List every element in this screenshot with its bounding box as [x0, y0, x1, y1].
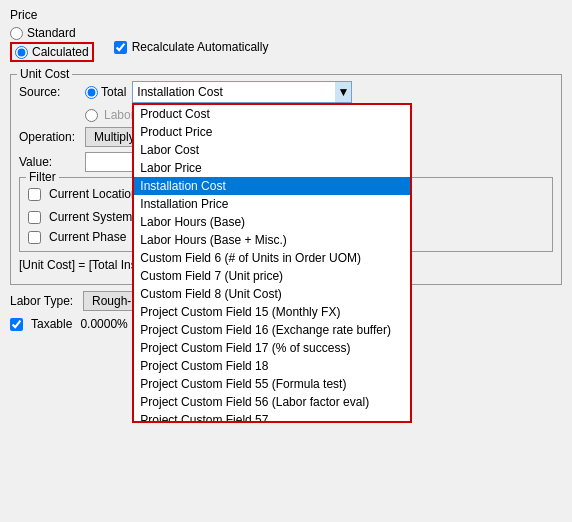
price-section-label: Price — [10, 8, 562, 22]
dropdown-item-project_custom_57[interactable]: Project Custom Field 57 — [134, 411, 410, 423]
dropdown-item-project_custom_17[interactable]: Project Custom Field 17 (% of success) — [134, 339, 410, 357]
dropdown-item-project_custom_18[interactable]: Project Custom Field 18 — [134, 357, 410, 375]
main-container: Price Standard Calculated Recalculate Au… — [0, 0, 572, 522]
source-dropdown-value: Installation Cost — [137, 85, 347, 99]
dropdown-item-product_price[interactable]: Product Price — [134, 123, 410, 141]
price-top-row: Standard Calculated Recalculate Automati… — [10, 26, 562, 68]
unit-cost-label: Unit Cost — [17, 67, 72, 81]
dropdown-item-labor_cost[interactable]: Labor Cost — [134, 141, 410, 159]
source-dropdown-trigger[interactable]: Installation Cost ▼ — [132, 81, 352, 103]
total-radio-group: Total — [85, 85, 126, 99]
filter-label: Filter — [26, 170, 59, 184]
taxable-checkbox[interactable] — [10, 318, 23, 331]
operation-label: Operation: — [19, 130, 79, 144]
dropdown-item-labor_hours_base_misc[interactable]: Labor Hours (Base + Misc.) — [134, 231, 410, 249]
calculated-radio-row: Calculated — [10, 42, 94, 62]
calculated-box: Calculated — [10, 42, 94, 62]
standard-label: Standard — [27, 26, 76, 40]
dropdown-item-project_custom_16[interactable]: Project Custom Field 16 (Exchange rate b… — [134, 321, 410, 339]
dropdown-item-project_custom_15[interactable]: Project Custom Field 15 (Monthly FX) — [134, 303, 410, 321]
taxable-value: 0.0000% — [80, 317, 127, 331]
calculated-radio[interactable] — [15, 46, 28, 59]
dropdown-arrow-icon: ▼ — [335, 82, 351, 102]
dropdown-item-project_custom_55[interactable]: Project Custom Field 55 (Formula test) — [134, 375, 410, 393]
current-phase-checkbox[interactable] — [28, 231, 41, 244]
dropdown-item-labor_price[interactable]: Labor Price — [134, 159, 410, 177]
dropdown-item-custom_field_6[interactable]: Custom Field 6 (# of Units in Order UOM) — [134, 249, 410, 267]
dropdown-item-installation_cost[interactable]: Installation Cost — [134, 177, 410, 195]
dropdown-item-product_cost[interactable]: Product Cost — [134, 105, 410, 123]
source-label: Source: — [19, 85, 79, 99]
value-label: Value: — [19, 155, 79, 169]
price-radio-group: Standard Calculated — [10, 26, 94, 64]
source-dropdown-container: Installation Cost ▼ Product CostProduct … — [132, 81, 352, 103]
current-system-checkbox[interactable] — [28, 211, 41, 224]
recalculate-checkbox[interactable] — [114, 41, 127, 54]
total-label: Total — [101, 85, 126, 99]
source-row: Source: Total Installation Cost ▼ Produc… — [19, 81, 553, 103]
current-location-checkbox[interactable] — [28, 188, 41, 201]
recalculate-label: Recalculate Automatically — [132, 40, 269, 54]
source-dropdown-list: Product CostProduct PriceLabor CostLabor… — [132, 103, 412, 423]
dropdown-item-installation_price[interactable]: Installation Price — [134, 195, 410, 213]
dropdown-item-custom_field_8[interactable]: Custom Field 8 (Unit Cost) — [134, 285, 410, 303]
labor-u-radio[interactable] — [85, 109, 98, 122]
dropdown-item-project_custom_56[interactable]: Project Custom Field 56 (Labor factor ev… — [134, 393, 410, 411]
labor-type-label: Labor Type: — [10, 294, 75, 308]
dropdown-item-custom_field_7[interactable]: Custom Field 7 (Unit price) — [134, 267, 410, 285]
recalculate-row: Recalculate Automatically — [114, 40, 269, 54]
unit-cost-group: Unit Cost Source: Total Installation Cos… — [10, 74, 562, 285]
taxable-label: Taxable — [31, 317, 72, 331]
dropdown-item-labor_hours_base[interactable]: Labor Hours (Base) — [134, 213, 410, 231]
standard-radio[interactable] — [10, 27, 23, 40]
standard-radio-row: Standard — [10, 26, 94, 40]
calculated-label: Calculated — [32, 45, 89, 59]
total-radio[interactable] — [85, 86, 98, 99]
